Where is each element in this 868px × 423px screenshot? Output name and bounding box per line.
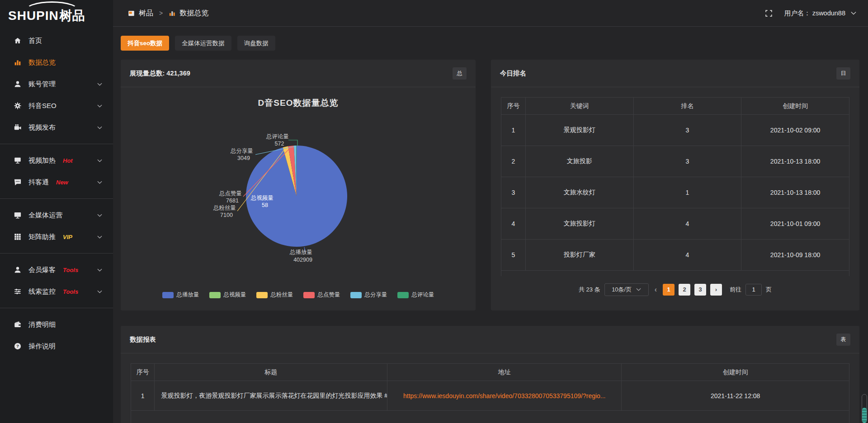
sidebar-item-help[interactable]: ?操作说明 [0, 335, 113, 357]
cell: 2021-10-01 09:00 [741, 208, 849, 240]
sidebar-divider [0, 198, 113, 199]
table-row: 5投影灯厂家42021-10-09 18:00 [501, 240, 849, 271]
sidebar-item-douketong[interactable]: 抖客通New [0, 171, 113, 193]
page-button-2[interactable]: 2 [679, 284, 690, 296]
breadcrumb-item-shupin[interactable]: 树品 [139, 9, 153, 18]
cell: 2021-10-02 09:00 [741, 115, 849, 146]
table-toggle-button[interactable]: 表 [836, 334, 850, 346]
pie-chart: D音SEO数据量总览 总播放量402909总视频量58总粉丝量7100总点赞量7… [121, 87, 476, 310]
total-toggle-button[interactable]: 总 [453, 67, 467, 80]
jump-page-input[interactable]: 1 [745, 284, 762, 296]
cell: 3 [633, 146, 741, 177]
next-page-button[interactable]: › [710, 284, 722, 296]
fullscreen-icon[interactable] [765, 9, 773, 17]
data-tabs: 抖音seo数据全媒体运营数据询盘数据 [121, 36, 859, 51]
home-icon [14, 37, 22, 45]
page-size-select[interactable]: 10条/页 [604, 283, 649, 296]
cell: 景观投影灯 [525, 115, 633, 146]
legend-item-videos[interactable]: 总视频量 [209, 291, 246, 299]
legend-item-plays[interactable]: 总播放量 [162, 291, 199, 299]
window-icon [128, 10, 135, 17]
legend-item-comments[interactable]: 总评论量 [397, 291, 434, 299]
clipped-row [501, 271, 849, 276]
pie-label-name-plays: 总播放量 [289, 249, 312, 255]
sidebar-item-spend-detail[interactable]: 消费明细 [0, 314, 113, 335]
legend-swatch [209, 292, 221, 298]
pie-label-value-shares: 3049 [237, 155, 250, 161]
sidebar-item-media-ops[interactable]: 全媒体运营 [0, 204, 113, 226]
sidebar-item-label: 视频发布 [28, 123, 56, 132]
sidebar-item-data-overview[interactable]: 数据总览 [0, 52, 113, 73]
sidebar-item-leads-monitor[interactable]: 线索监控Tools [0, 281, 113, 302]
table-row: 4文旅投影灯42021-10-01 09:00 [501, 208, 849, 240]
pagination-total: 共 23 条 [579, 286, 600, 294]
cell: 2021-11-22 12:08 [622, 381, 849, 411]
day-toggle-button[interactable]: 日 [836, 67, 850, 80]
legend-item-likes[interactable]: 总点赞量 [303, 291, 340, 299]
sidebar-item-home[interactable]: 首页 [0, 30, 113, 52]
legend-item-shares[interactable]: 总分享量 [350, 291, 387, 299]
sidebar-divider [0, 144, 113, 144]
sidebar-item-label: 数据总览 [28, 58, 56, 67]
rank-panel-header: 今日排名 日 [491, 60, 859, 87]
sidebar-item-label: 会员爆客 [28, 266, 56, 274]
tab-media-ops-data[interactable]: 全媒体运营数据 [175, 36, 231, 51]
page-button-3[interactable]: 3 [694, 284, 706, 296]
prev-page-button[interactable]: ‹ [653, 286, 659, 294]
sidebar-item-douyin-seo[interactable]: 抖音SEO [0, 95, 113, 117]
bar-chart-icon [169, 10, 175, 17]
pie-chart-svg: 总播放量402909总视频量58总粉丝量7100总点赞量7681总分享量3049… [121, 87, 476, 268]
sidebar-item-label: 账号管理 [28, 80, 56, 89]
chevron-down-icon[interactable] [851, 11, 856, 15]
cell: 2 [501, 146, 526, 177]
impressions-chart-panel: 展现量总数: 421,369 总 D音SEO数据量总览 总播放量402909总视… [121, 60, 476, 310]
sidebar-item-member-baoke[interactable]: 会员爆客Tools [0, 259, 113, 281]
chevron-down-icon [97, 235, 102, 239]
sidebar-badge: Tools [63, 267, 78, 273]
jump-label: 前往 [730, 286, 741, 294]
column-header: 标题 [155, 364, 387, 381]
sidebar-item-video-publish[interactable]: 视频发布 [0, 117, 113, 138]
cell: 2021-10-13 18:00 [741, 146, 849, 177]
legend-swatch [162, 292, 174, 298]
rank-table: 序号关键词排名创建时间1景观投影灯32021-10-02 09:002文旅投影3… [491, 87, 859, 276]
cell: 3 [501, 177, 526, 208]
legend-label: 总点赞量 [318, 291, 340, 299]
tab-inquiry-data[interactable]: 询盘数据 [237, 36, 275, 51]
legend-label: 总评论量 [412, 291, 434, 299]
video-icon [14, 123, 22, 132]
app-root: SHUPIN树品 首页数据总览账号管理抖音SEO视频发布视频加热Hot抖客通Ne… [0, 0, 868, 423]
report-panel-header: 数据报表 表 [121, 326, 859, 353]
sidebar-item-label: 线索监控 [28, 287, 56, 296]
username-value: zswodun88 [812, 9, 845, 17]
sidebar-badge: Hot [63, 157, 73, 164]
sidebar-divider [0, 253, 113, 254]
tab-douyin-seo-data[interactable]: 抖音seo数据 [121, 36, 169, 51]
legend-swatch [303, 292, 315, 298]
page-button-1[interactable]: 1 [663, 284, 675, 296]
chevron-down-icon [97, 83, 102, 86]
label-leader-line [288, 140, 297, 146]
column-header: 创建时间 [741, 98, 849, 115]
chevron-down-icon [97, 104, 102, 108]
pie-label-name-likes: 总点赞量 [219, 190, 242, 197]
sidebar-item-label: 首页 [28, 37, 42, 45]
chart-icon [14, 58, 22, 66]
table-row: 3文旅水纹灯12021-10-13 18:00 [501, 177, 849, 208]
legend-item-fans[interactable]: 总粉丝量 [256, 291, 293, 299]
sidebar-item-account-manage[interactable]: 账号管理 [0, 73, 113, 95]
cell: 4 [633, 208, 741, 240]
sidebar-item-label: 全媒体运营 [28, 211, 62, 220]
grid-icon [14, 233, 22, 241]
pie-label-value-videos: 58 [262, 202, 268, 208]
sidebar-item-matrix-boost[interactable]: 矩阵助推VIP [0, 226, 113, 248]
report-table: 序号标题地址创建时间1景观投影灯，夜游景观投影灯厂家展示展示落花灯在花园里的灯光… [121, 353, 859, 423]
rank-data-table: 序号关键词排名创建时间1景观投影灯32021-10-02 09:002文旅投影3… [501, 97, 849, 276]
sidebar-item-video-heat[interactable]: 视频加热Hot [0, 150, 113, 171]
scrollbar-thumb[interactable] [862, 408, 867, 423]
table-header-row: 序号关键词排名创建时间 [501, 98, 849, 115]
breadcrumb-item-data-overview[interactable]: 数据总览 [179, 9, 208, 18]
cell: 文旅投影 [525, 146, 633, 177]
report-link[interactable]: https://www.iesdouyin.com/share/video/70… [387, 381, 622, 411]
report-title: 景观投影灯，夜游景观投影灯厂家展示展示落花灯在花园里的灯光投影应用效果 # [155, 381, 387, 411]
